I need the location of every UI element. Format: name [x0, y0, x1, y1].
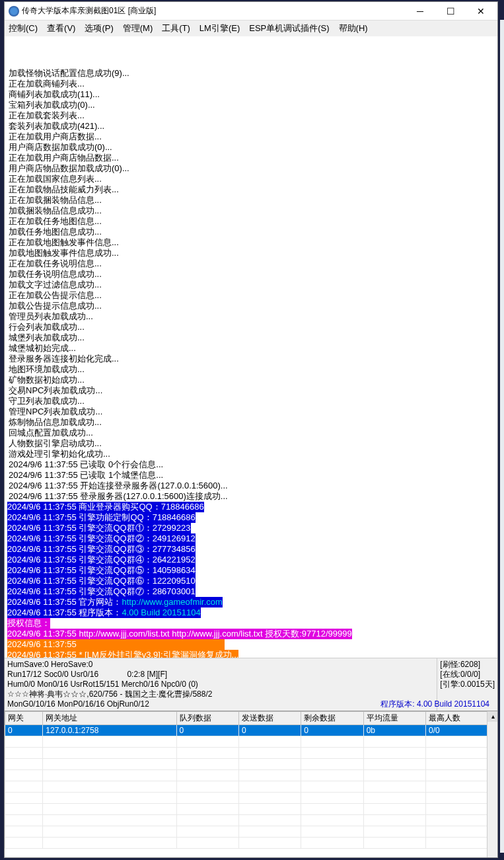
minimize-button[interactable]: ─ [405, 3, 435, 20]
marker-icon [5, 132, 7, 142]
log-line: 加载公告提示信息成功... [7, 301, 497, 311]
grid-col[interactable]: 网关地址 [43, 712, 176, 725]
side-strip [500, 20, 504, 853]
table-row[interactable] [5, 815, 497, 826]
table-row[interactable]: 0127.0.0.1:27580000b0/0 [5, 725, 497, 736]
log-line: 正在加载任务地图信息... [7, 216, 497, 227]
log-line: 守卫列表加载成功... [7, 396, 497, 407]
cell: 0b [363, 725, 425, 736]
log-line: 2024/9/6 11:37:55 开始连接登录服务器(127.0.0.1:56… [7, 481, 497, 491]
log-line: 加载地图触发事件信息成功... [7, 248, 497, 258]
menu-help[interactable]: 帮助(H) [339, 22, 368, 34]
log-line: 2024/9/6 11:37:55 已读取 1个城堡信息... [7, 470, 497, 481]
cell: 0 [238, 725, 301, 736]
log-line: 正在加载套装列表... [7, 110, 497, 121]
log-line: 登录服务器连接初始化完成... [7, 354, 497, 364]
version-label: 程序版本: 4.00 Build 20151104 [378, 698, 492, 711]
log-line: 2024/9/6 11:37:55 引擎交流QQ群⑤：140598634 [7, 565, 497, 576]
grid-col[interactable]: 发送数据 [238, 712, 301, 725]
table-row[interactable] [5, 748, 497, 759]
menu-esp[interactable]: ESP单机调试插件(S) [249, 22, 329, 34]
table-row[interactable] [5, 781, 497, 793]
log-line: 2024/9/6 11:37:55 登录服务器(127.0.0.1:5600)连… [7, 491, 497, 502]
menu-tool[interactable]: 工具(T) [162, 22, 190, 34]
log-line: 管理NPC列表加载成功... [7, 407, 497, 417]
menu-manage[interactable]: 管理(M) [123, 22, 153, 34]
log-line: 宝箱列表加载成功(0)... [7, 100, 497, 110]
grid-col[interactable]: 平均流量 [363, 712, 425, 725]
log-line: 回城点配置加载成功... [7, 428, 497, 438]
log-line: 正在加载用户商店物品数据... [7, 153, 497, 163]
log-line: 正在加载用户商店数据... [7, 132, 497, 142]
status-left: HumSave:0 HeroSave:0 Run17/12 Soc0/0 Usr… [5, 658, 437, 711]
menubar: 控制(C) 查看(V) 选项(P) 管理(M) 工具(T) LM引擎(E) ES… [5, 20, 497, 36]
log-line: 商铺列表加载成功(11)... [7, 89, 497, 100]
table-row[interactable] [5, 826, 497, 838]
window-title: 传奇大学版本库亲测截图01区 [商业版] [22, 5, 405, 17]
maximize-button[interactable]: ☐ [435, 3, 466, 20]
log-line: 用户商店数据加载成功(0)... [7, 142, 497, 153]
table-row[interactable] [5, 770, 497, 781]
log-line: 正在加载物品技能威力列表... [7, 184, 497, 195]
log-line: 2024/9/6 11:37:55 程序版本：4.00 Build 201511… [7, 607, 497, 618]
log-line: 套装列表加载成功(421)... [7, 121, 497, 132]
log-line: 炼制物品信息加载成功... [7, 417, 497, 428]
log-line: 2024/9/6 11:37:55 引擎交流QQ群①：27299223 [7, 523, 497, 533]
cell: 0 [301, 725, 363, 736]
cell: 0 [176, 725, 238, 736]
log-line: 加载任务说明信息成功... [7, 269, 497, 280]
gateway-grid[interactable]: 网关网关地址队列数据发送数据剩余数据平均流量最高人数 0127.0.0.1:27… [5, 711, 497, 857]
log-line: 2024/9/6 11:37:55 * [LM反外挂引擎v3.9]:引擎漏洞修复… [7, 650, 497, 658]
log-line: 行会列表加载成功... [7, 322, 497, 332]
scrollbar[interactable]: ▴ [487, 711, 497, 857]
log-line: 加载怪物说话配置信息成功(9)... [7, 68, 497, 79]
log-line: 正在加载捆装物品信息... [7, 195, 497, 206]
menu-option[interactable]: 选项(P) [85, 22, 113, 34]
log-line: 2024/9/6 11:37:55 http://www.jjj.com/lis… [7, 629, 497, 639]
table-row[interactable] [5, 804, 497, 815]
close-button[interactable]: ✕ [466, 3, 496, 20]
log-line: 人物数据引擎启动成功... [7, 438, 497, 449]
cell: 0 [5, 725, 43, 736]
log-pane[interactable]: 加载怪物说话配置信息成功(9)...正在加载商铺列表...商铺列表加载成功(11… [5, 36, 497, 658]
menu-control[interactable]: 控制(C) [9, 22, 38, 34]
log-line: 加载任务地图信息成功... [7, 227, 497, 237]
log-line: 正在加载地图触发事件信息... [7, 237, 497, 248]
table-row[interactable] [5, 838, 497, 849]
grid-col[interactable]: 队列数据 [176, 712, 238, 725]
log-line: 游戏处理引擎初始化成功... [7, 449, 497, 459]
log-line: 2024/9/6 11:37:55 官方网站：http://www.gameof… [7, 597, 497, 607]
log-line: 2024/9/6 11:37:55 引擎交流QQ群⑥：122209510 [7, 576, 497, 586]
titlebar[interactable]: 传奇大学版本库亲测截图01区 [商业版] ─ ☐ ✕ [5, 2, 497, 20]
status-bar: HumSave:0 HeroSave:0 Run17/12 Soc0/0 Usr… [5, 658, 497, 711]
log-line: 2024/9/6 11:37:55 引擎交流QQ群②：249126912 [7, 533, 497, 544]
cell: 127.0.0.1:2758 [43, 725, 176, 736]
table-row[interactable] [5, 759, 497, 770]
log-line: 用户商店物品数据加载成功(0)... [7, 163, 497, 174]
scroll-up-icon[interactable]: ▴ [487, 711, 497, 722]
log-line: 矿物数据初始成功... [7, 375, 497, 385]
table-row[interactable] [5, 736, 497, 748]
log-line: 正在加载公告提示信息... [7, 290, 497, 301]
log-line: 2024/9/6 11:37:55 引擎交流QQ群④：264221952 [7, 555, 497, 565]
log-line: 2024/9/6 11:37:55 商业登录器购买QQ：718846686 [7, 502, 497, 512]
log-line: 2024/9/6 11:37:55 引擎交流QQ群③：277734856 [7, 544, 497, 555]
log-line: 2024/9/6 11:37:55 引擎功能定制QQ：718846686 [7, 512, 497, 523]
table-row[interactable] [5, 793, 497, 804]
log-line: 城堡城初始完成... [7, 343, 497, 354]
log-line: 管理员列表加载成功... [7, 311, 497, 322]
log-line: 交易NPC列表加载成功... [7, 385, 497, 396]
log-line: 2024/9/6 11:37:55 已读取 0个行会信息... [7, 459, 497, 470]
grid-header: 网关网关地址队列数据发送数据剩余数据平均流量最高人数 [5, 712, 497, 725]
menu-lm[interactable]: LM引擎(E) [199, 22, 240, 34]
app-icon [9, 6, 19, 17]
log-line: 正在加载商铺列表... [7, 79, 497, 89]
grid-col[interactable]: 剩余数据 [301, 712, 363, 725]
main-window: 传奇大学版本库亲测截图01区 [商业版] ─ ☐ ✕ 控制(C) 查看(V) 选… [4, 1, 498, 858]
log-line: 加载文字过滤信息成功... [7, 280, 497, 290]
log-line: 2024/9/6 11:37:55 [7, 639, 497, 650]
grid-col[interactable]: 网关 [5, 712, 43, 725]
log-line: 2024/9/6 11:37:55 引擎交流QQ群⑦：286703001 [7, 586, 497, 597]
log-line: 加载捆装物品信息成功... [7, 206, 497, 216]
menu-view[interactable]: 查看(V) [47, 22, 75, 34]
